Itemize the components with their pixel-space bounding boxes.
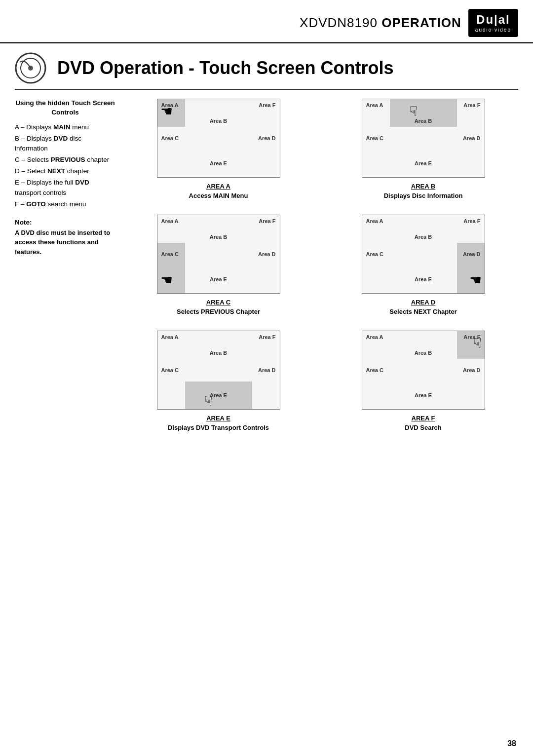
area-label-c4: Area C xyxy=(366,251,383,257)
area-label-a2: Area A xyxy=(366,102,383,108)
area-label-f: Area F xyxy=(259,102,275,108)
touch-diagram-c: Area A Area F Area B Area C Area D Area … xyxy=(157,215,280,294)
touch-diagram-f: Area A Area F Area B Area C Area D Area … xyxy=(362,331,485,410)
touch-diagram-b: Area A Area F Area B Area C Area D Area … xyxy=(362,99,485,178)
diagrams-area: Area A Area F Area B Area C Area D Area … xyxy=(123,99,518,447)
page-content: DVD Operation - Touch Screen Controls Us… xyxy=(0,43,533,466)
header-title: XDVDN8190 OPERATION xyxy=(300,15,461,31)
area-label-e4: Area E xyxy=(415,276,432,282)
operation-label: OPERATION xyxy=(381,15,461,30)
diagram-caption-d: AREA D Selects NEXT Chapter xyxy=(389,298,457,317)
area-label-e: Area E xyxy=(210,160,227,166)
area-c-name: AREA C xyxy=(177,298,260,307)
touch-diagram-a: Area A Area F Area B Area C Area D Area … xyxy=(157,99,280,178)
diagram-row-3: Area A Area F Area B Area C Area D Area … xyxy=(123,331,518,433)
area-label-d2: Area D xyxy=(463,135,480,141)
area-label-f2: Area F xyxy=(463,102,480,108)
hand-icon-b: ☟ xyxy=(409,103,418,119)
area-f-name: AREA F xyxy=(405,414,441,423)
note-label: Note: xyxy=(15,218,115,228)
page-header: XDVDN8190 OPERATION Du|al audio·video xyxy=(0,0,533,43)
area-label-b4: Area B xyxy=(415,234,432,240)
area-label-e2: Area E xyxy=(415,160,432,166)
hand-icon-a: ☚ xyxy=(160,103,173,119)
area-label-a5: Area A xyxy=(161,334,179,340)
area-label-e6: Area E xyxy=(415,392,432,398)
logo-brand: audio·video xyxy=(475,27,511,33)
area-label-d5: Area D xyxy=(258,367,275,373)
area-label-e3: Area E xyxy=(210,276,227,282)
area-label-a3: Area A xyxy=(161,218,179,224)
area-b-name: AREA B xyxy=(384,182,463,191)
page-title: DVD Operation - Touch Screen Controls xyxy=(57,58,393,78)
sidebar-list: A – Displays MAIN menu B – Displays DVD … xyxy=(15,122,115,210)
area-label-d6: Area D xyxy=(463,367,480,373)
model-number: XDVDN8190 xyxy=(300,15,378,30)
area-a-name: AREA A xyxy=(189,182,248,191)
diagram-cell-c: Area A Area F Area B Area C Area D Area … xyxy=(123,215,313,317)
diagram-row-2: Area A Area F Area B Area C Area D Area … xyxy=(123,215,518,317)
list-item: F – GOTO search menu xyxy=(15,199,115,210)
dvd-disc-icon xyxy=(15,52,46,84)
diagram-cell-e: Area A Area F Area B Area C Area D Area … xyxy=(123,331,313,433)
area-label-d3: Area D xyxy=(258,251,275,257)
area-label-c3: Area C xyxy=(161,251,179,257)
diagram-caption-b: AREA B Displays Disc Information xyxy=(384,182,463,201)
main-layout: Using the hidden Touch Screen Controls A… xyxy=(15,99,518,447)
hand-icon-c: ☚ xyxy=(160,272,173,288)
area-label-c6: Area C xyxy=(366,367,383,373)
sidebar-heading: Using the hidden Touch Screen Controls xyxy=(15,99,115,117)
diagram-caption-f: AREA F DVD Search xyxy=(405,414,441,433)
sidebar: Using the hidden Touch Screen Controls A… xyxy=(15,99,123,447)
hand-icon-d: ☚ xyxy=(469,272,482,288)
hand-icon-f: ☟ xyxy=(473,335,482,351)
diagram-cell-d: Area A Area F Area B Area C Area D Area … xyxy=(328,215,518,317)
area-label-f3: Area F xyxy=(259,218,275,224)
page-title-row: DVD Operation - Touch Screen Controls xyxy=(15,43,518,90)
touch-diagram-d: Area A Area F Area B Area C Area D Area … xyxy=(362,215,485,294)
area-label-f5: Area F xyxy=(259,334,275,340)
list-item: D – Select NEXT chapter xyxy=(15,166,115,177)
diagram-caption-e: AREA E Displays DVD Transport Controls xyxy=(168,414,269,433)
list-item: E – Displays the full DVD transport cont… xyxy=(15,178,115,198)
list-item: C – Selects PREVIOUS chapter xyxy=(15,155,115,165)
diagram-caption-a: AREA A Access MAIN Menu xyxy=(189,182,248,201)
diagram-cell-a: Area A Area F Area B Area C Area D Area … xyxy=(123,99,313,201)
area-d-name: AREA D xyxy=(389,298,457,307)
area-label-b: Area B xyxy=(210,118,227,124)
area-label-b5: Area B xyxy=(210,350,227,356)
area-label-d: Area D xyxy=(258,135,275,141)
area-a-desc: Access MAIN Menu xyxy=(189,191,248,201)
diagram-caption-c: AREA C Selects PREVIOUS Chapter xyxy=(177,298,260,317)
area-e-desc: Displays DVD Transport Controls xyxy=(168,423,269,433)
diagram-cell-f: Area A Area F Area B Area C Area D Area … xyxy=(328,331,518,433)
area-label-b3: Area B xyxy=(210,234,227,240)
area-e-name: AREA E xyxy=(168,414,269,423)
area-label-a4: Area A xyxy=(366,218,383,224)
area-f-desc: DVD Search xyxy=(405,423,441,433)
area-label-f4: Area F xyxy=(463,218,480,224)
area-label-c5: Area C xyxy=(161,367,179,373)
brand-logo: Du|al audio·video xyxy=(468,9,518,37)
diagram-row-1: Area A Area F Area B Area C Area D Area … xyxy=(123,99,518,201)
area-label-c: Area C xyxy=(161,135,179,141)
list-item: A – Displays MAIN menu xyxy=(15,122,115,133)
hand-icon-e: ☟ xyxy=(204,393,213,409)
area-label-c2: Area C xyxy=(366,135,383,141)
area-label-d4: Area D xyxy=(463,251,480,257)
note-text: A DVD disc must be inserted to access th… xyxy=(15,228,115,257)
list-item: B – Displays DVD disc information xyxy=(15,134,115,154)
area-label-b6: Area B xyxy=(415,350,432,356)
area-b-desc: Displays Disc Information xyxy=(384,191,463,201)
touch-diagram-e: Area A Area F Area B Area C Area D Area … xyxy=(157,331,280,410)
diagram-cell-b: Area A Area F Area B Area C Area D Area … xyxy=(328,99,518,201)
area-c-desc: Selects PREVIOUS Chapter xyxy=(177,307,260,317)
area-d-desc: Selects NEXT Chapter xyxy=(389,307,457,317)
page-number: 38 xyxy=(507,739,516,748)
area-label-a6: Area A xyxy=(366,334,383,340)
